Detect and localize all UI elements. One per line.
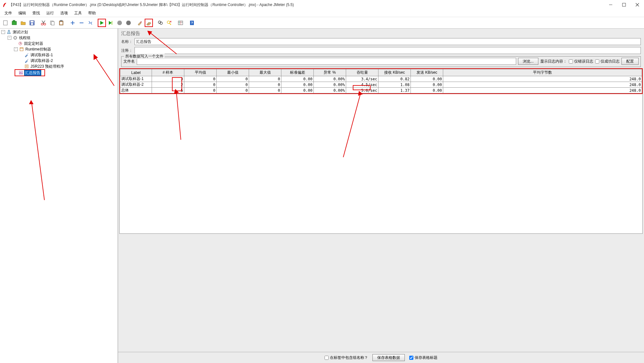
start-icon[interactable] [98, 19, 106, 27]
menu-run[interactable]: 运行 [43, 10, 57, 17]
svg-rect-8 [30, 21, 34, 23]
window-title: 【P43】运行时间控制器（Runtime Controller）.jmx (D:… [9, 2, 608, 8]
right-pane: 汇总报告 名称： 注释： 所有数据写入一个文件 文件名 浏览... 显示日志内容… [118, 29, 644, 363]
collapse-icon[interactable] [77, 19, 86, 27]
file-legend: 所有数据写入一个文件 [124, 54, 165, 59]
results-table[interactable]: Label# 样本平均值最小值最大值标准偏差异常 %吞吐量接收 KB/sec发送… [120, 69, 642, 93]
table-header[interactable]: 吞吐量 [346, 69, 378, 76]
tree-thread-group[interactable]: − 线程组 [0, 35, 118, 41]
menu-tools[interactable]: 工具 [71, 10, 85, 17]
configure-button[interactable]: 配置 [621, 58, 639, 65]
gear-icon [13, 35, 18, 40]
panel-title: 汇总报告 [118, 29, 644, 37]
table-filler [119, 94, 643, 234]
name-input[interactable] [135, 38, 641, 45]
save-table-data-button[interactable]: 保存表格数据 [372, 354, 405, 361]
save-table-header-checkbox[interactable]: 保存表格标题 [409, 355, 437, 360]
table-header[interactable]: # 样本 [152, 69, 184, 76]
svg-rect-9 [31, 23, 33, 25]
sampler-icon [24, 52, 29, 57]
tree-summary-report[interactable]: 汇总报告 [15, 70, 44, 76]
menubar: 文件 编辑 查找 运行 选项 工具 帮助 [0, 10, 644, 17]
table-header[interactable]: Label [120, 69, 152, 76]
file-fieldset: 所有数据写入一个文件 文件名 浏览... 显示日志内容： 仅错误日志 仅成功日志… [121, 56, 641, 67]
toggle-icon[interactable] [86, 19, 95, 27]
svg-point-39 [15, 37, 16, 38]
table-header[interactable]: 发送 KB/sec [411, 69, 443, 76]
expand-icon[interactable] [69, 19, 77, 27]
include-group-checkbox[interactable]: 在标签中包含组名称？ [325, 355, 368, 360]
tree-debug-sampler-1[interactable]: 调试取样器-1 [0, 52, 118, 58]
svg-marker-55 [30, 101, 33, 104]
search-icon[interactable] [156, 19, 164, 27]
tree-pane[interactable]: − 测试计划 − 线程组 固定定时器 − Runtime控制器 调试取样器-1 … [0, 29, 118, 363]
svg-rect-5 [12, 21, 16, 25]
templates-icon[interactable] [10, 19, 18, 27]
svg-point-28 [167, 21, 170, 24]
errors-only-checkbox[interactable]: 仅错误日志 [569, 59, 593, 64]
tree-jsr223[interactable]: JSR223 预处理程序 [0, 64, 118, 69]
menu-help[interactable]: 帮助 [85, 10, 99, 17]
copy-icon[interactable] [48, 19, 56, 27]
svg-rect-4 [3, 21, 7, 25]
success-only-checkbox[interactable]: 仅成功日志 [595, 59, 620, 64]
browse-button[interactable]: 浏览... [518, 58, 538, 65]
table-header[interactable]: 接收 KB/sec [378, 69, 411, 76]
report-icon [18, 70, 23, 75]
log-display-label: 显示日志内容： [540, 59, 567, 64]
svg-rect-6 [13, 20, 15, 22]
titlebar: 【P43】运行时间控制器（Runtime Controller）.jmx (D:… [0, 0, 644, 10]
table-header[interactable]: 平均值 [184, 69, 217, 76]
bottom-bar: 在标签中包含组名称？ 保存表格数据 保存表格标题 [118, 352, 644, 363]
table-header[interactable]: 标准偏差 [281, 69, 314, 76]
open-icon[interactable] [19, 19, 27, 27]
menu-options[interactable]: 选项 [57, 10, 71, 17]
tree-fixed-timer[interactable]: 固定定时器 [0, 41, 118, 46]
function-helper-icon[interactable] [176, 19, 185, 27]
table-header[interactable]: 平均字节数 [443, 69, 642, 76]
controller-icon [19, 47, 24, 52]
comment-input[interactable] [135, 47, 641, 54]
menu-file[interactable]: 文件 [1, 10, 15, 17]
toolbar: ? [0, 17, 644, 29]
start-no-timers-icon[interactable] [107, 19, 115, 27]
table-header[interactable]: 最大值 [249, 69, 281, 76]
minimize-button[interactable] [608, 2, 614, 8]
tree-runtime-controller[interactable]: − Runtime控制器 [0, 46, 118, 52]
svg-rect-47 [25, 65, 28, 68]
tree-debug-sampler-2[interactable]: 调试取样器-2 [0, 58, 118, 64]
maximize-button[interactable] [621, 2, 627, 8]
tree-test-plan[interactable]: − 测试计划 [0, 29, 118, 35]
name-label: 名称： [121, 39, 133, 44]
svg-line-45 [27, 53, 28, 54]
clear-icon[interactable] [136, 19, 144, 27]
sampler-icon [24, 58, 29, 63]
table-row[interactable]: 调试取样器-130000.000.00%3.4/sec0.820.00248.0 [120, 76, 642, 82]
svg-line-46 [27, 59, 28, 60]
svg-rect-17 [60, 20, 62, 21]
shutdown-icon[interactable] [124, 19, 133, 27]
clock-icon [18, 41, 23, 46]
new-icon[interactable] [1, 19, 10, 27]
menu-search[interactable]: 查找 [29, 10, 43, 17]
comment-label: 注释： [121, 48, 133, 53]
help-icon[interactable]: ? [188, 19, 196, 27]
table-row[interactable]: 调试取样器-220000.000.00%4.5/sec1.080.00248.0 [120, 82, 642, 88]
close-button[interactable] [634, 2, 640, 8]
menu-edit[interactable]: 编辑 [15, 10, 29, 17]
svg-rect-1 [622, 3, 626, 6]
reset-search-icon[interactable] [165, 19, 173, 27]
stop-icon[interactable] [115, 19, 124, 27]
table-header[interactable]: 异常 % [314, 69, 346, 76]
table-header[interactable]: 最小值 [217, 69, 249, 76]
paste-icon[interactable] [57, 19, 65, 27]
svg-line-54 [32, 103, 44, 200]
script-icon [24, 64, 29, 69]
filename-label: 文件名 [123, 59, 135, 64]
save-icon[interactable] [28, 19, 36, 27]
filename-input[interactable] [137, 58, 516, 65]
table-row[interactable]: 总体50000.000.00%5.6/sec1.370.00248.0 [120, 88, 642, 93]
clear-all-icon[interactable] [145, 19, 153, 27]
app-feather-icon [3, 2, 7, 7]
cut-icon[interactable] [39, 19, 48, 27]
